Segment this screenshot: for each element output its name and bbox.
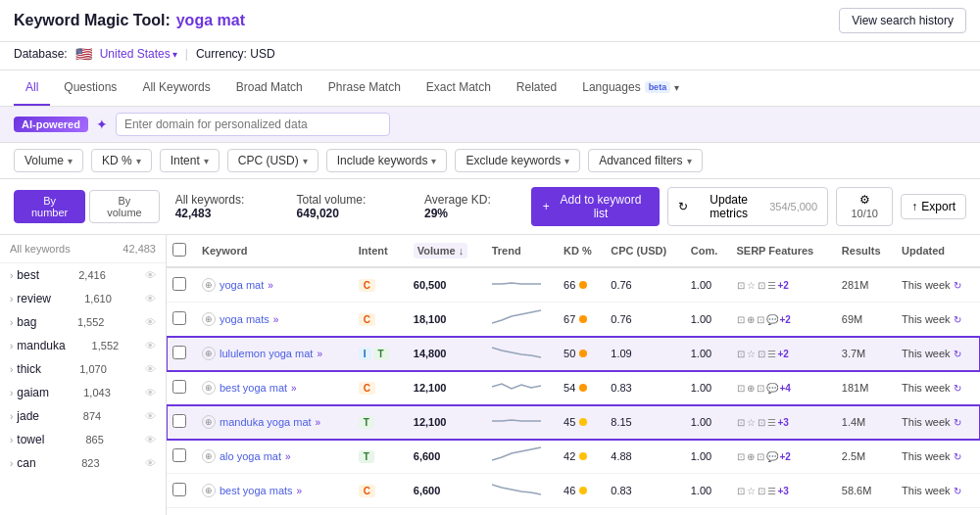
row-checkbox[interactable] [172,277,186,291]
row-checkbox[interactable] [172,483,186,496]
intent-cell: C [353,303,408,337]
export-button[interactable]: ↑ Export [901,194,966,219]
include-filter[interactable]: Include keywords ▾ [326,149,448,172]
refresh-row-icon[interactable]: ↻ [954,383,961,394]
refresh-row-icon[interactable]: ↻ [954,349,961,359]
row-checkbox[interactable] [172,448,186,462]
cpc-cell: 0.76 [605,267,684,303]
sidebar-item[interactable]: › can 823 👁 [0,451,166,475]
table-row: ⊕ yoga mat » C 60,500 66 0.76 1.00 ⊡☆⊡☰ … [167,267,980,303]
intent-filter[interactable]: Intent ▾ [160,149,220,172]
table-row: ⊕ yoga mats » C 18,100 67 0.76 1.00 ⊡⊕⊡💬… [167,303,980,337]
refresh-row-icon[interactable]: ↻ [954,486,961,496]
sidebar-item-left: › best [10,268,39,282]
cpc-cell: 0.83 [605,371,684,405]
tab-related[interactable]: Related [505,70,568,106]
add-to-list-button[interactable]: + Add to keyword list [531,187,660,226]
sidebar-item[interactable]: › manduka 1,552 👁 [0,334,166,357]
volume-filter-label: Volume [24,154,64,167]
sidebar-item[interactable]: › bag 1,552 👁 [0,310,166,334]
trend-cell [486,337,558,371]
tab-questions[interactable]: Questions [52,70,128,106]
country-name: United States [100,47,171,61]
serp-cell: ⊡☆⊡☰ +3 [731,405,836,440]
trend-cell [486,508,558,516]
intent-cell: C [353,371,408,405]
sidebar-item[interactable]: › jade 874 👁 [0,404,166,428]
intent-badge: C [359,485,375,497]
row-checkbox-cell [167,267,196,303]
by-volume-button[interactable]: By volume [89,190,159,223]
tabs-bar: All Questions All Keywords Broad Match P… [0,70,980,107]
com-cell: 1.00 [685,267,731,303]
view-history-button[interactable]: View search history [839,8,966,33]
flag-icon: 🇺🇸 [75,46,92,62]
export-label: Export [921,200,956,213]
refresh-row-icon[interactable]: ↻ [954,314,961,325]
refresh-icon: ↻ [678,200,688,213]
intent-badge: T [373,348,389,360]
row-checkbox[interactable] [172,311,186,325]
updated-cell: This week ↻ [896,371,980,405]
keyword-arrows: » [291,383,297,394]
refresh-row-icon[interactable]: ↻ [954,417,961,428]
stats-right: + Add to keyword list ↻ Update metrics 3… [531,187,966,226]
kd-cell: 42 [558,440,605,474]
tab-broad-match[interactable]: Broad Match [224,70,315,106]
tab-exact-match[interactable]: Exact Match [415,70,503,106]
keyword-icon: ⊕ [202,347,216,360]
sidebar-item-left: › manduka [10,339,66,352]
tab-phrase-match[interactable]: Phrase Match [317,70,413,106]
sidebar-item[interactable]: › best 2,416 👁 [0,263,166,287]
row-checkbox-cell [167,508,196,516]
domain-input[interactable] [116,113,390,136]
table-header-row: Keyword Intent Volume ↓ Trend KD % CPC (… [167,235,980,267]
kd-value: 50 [564,348,575,359]
tab-all-keywords[interactable]: All Keywords [130,70,221,106]
serp-plus: +4 [780,383,791,394]
cpc-cell: 8.15 [605,405,684,440]
update-metrics-button[interactable]: ↻ Update metrics 354/5,000 [667,187,828,226]
tab-languages[interactable]: Languages beta ▾ [570,70,691,106]
sidebar-item[interactable]: › towel 865 👁 [0,428,166,451]
advanced-filter[interactable]: Advanced filters ▾ [588,149,702,172]
keywords-table: Keyword Intent Volume ↓ Trend KD % CPC (… [167,235,980,515]
sidebar-item[interactable]: › review 1,610 👁 [0,287,166,310]
volume-sort-active: Volume ↓ [414,243,467,258]
country-link[interactable]: United States ▾ [100,47,177,61]
col-volume[interactable]: Volume ↓ [408,235,486,267]
advanced-filter-label: Advanced filters [599,154,682,167]
tab-all[interactable]: All [14,70,50,106]
keyword-arrows: » [297,486,303,496]
main-table: Keyword Intent Volume ↓ Trend KD % CPC (… [167,235,980,515]
table-row: ⊕ manduka yoga mat » T 12,100 45 8.15 1.… [167,405,980,440]
results-cell: 1.4M [836,405,896,440]
keyword-cell: ⊕ lululemon yoga mat » [196,337,353,371]
row-checkbox[interactable] [172,380,186,394]
volume-value: 6,600 [414,485,441,496]
refresh-row-icon[interactable]: ↻ [954,280,961,291]
keyword-cell: ⊕ yoga mat » [196,267,353,303]
kd-cell: 44 [558,508,605,516]
volume-filter[interactable]: Volume ▾ [14,149,83,172]
keyword-cell: ⊕ alo yoga mat » [196,440,353,474]
select-all-checkbox[interactable] [172,243,186,257]
results-cell: 3.7M [836,337,896,371]
exclude-filter[interactable]: Exclude keywords ▾ [455,149,580,172]
kd-filter[interactable]: KD % ▾ [91,149,152,172]
row-checkbox-cell [167,337,196,371]
settings-button[interactable]: ⚙ 10/10 [836,187,893,226]
serp-plus: +2 [778,349,789,359]
row-checkbox[interactable] [172,414,186,428]
by-number-button[interactable]: By number [14,190,85,223]
keyword-cell: ⊕ gaiam yoga mat » [196,508,353,516]
cpc-filter[interactable]: CPC (USD) ▾ [227,149,318,172]
refresh-row-icon[interactable]: ↻ [954,451,961,462]
serp-cell: ⊡⊕⊡💬 +2 [731,440,836,474]
kd-value: 67 [564,313,575,325]
sidebar-item[interactable]: › thick 1,070 👁 [0,357,166,381]
sidebar-item[interactable]: › gaiam 1,043 👁 [0,381,166,404]
row-checkbox[interactable] [172,346,186,359]
sort-toggle: By number By volume [14,190,160,223]
app-wrapper: Keyword Magic Tool: yoga mat View search… [0,0,980,515]
